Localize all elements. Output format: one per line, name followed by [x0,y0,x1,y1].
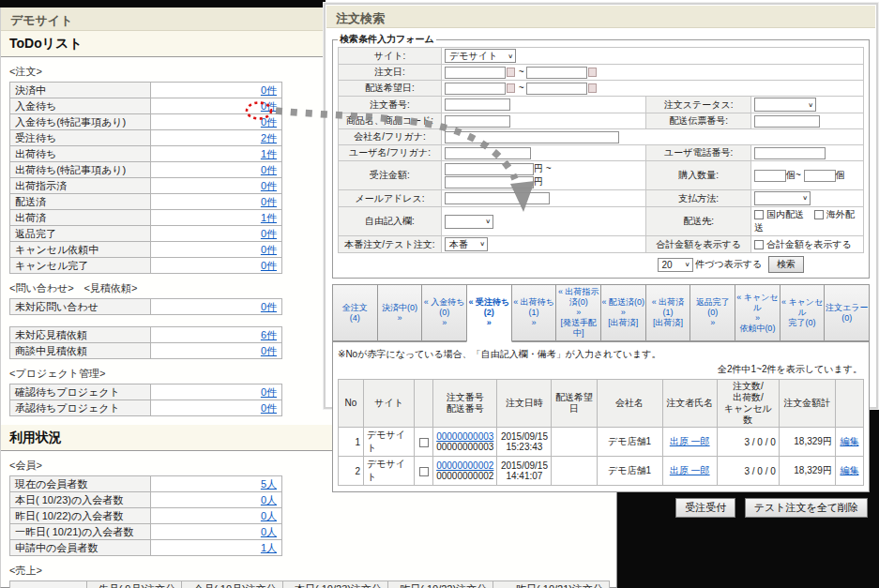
desired-date-cell [552,457,597,486]
chevron-down-icon: ∨ [508,53,513,59]
chevron-down-icon: ∨ [485,218,491,224]
calendar-icon[interactable] [588,83,597,93]
member-count-link[interactable]: 1人 [261,542,277,553]
member-count-link[interactable]: 0人 [261,494,277,505]
desired-date-label: 配送希望日: [339,81,442,97]
status-count-link[interactable]: 0件 [261,180,277,191]
user-input[interactable] [445,147,531,159]
member-count-link[interactable]: 0人 [261,526,277,537]
table-row: 本日( 10/23)の入会者数 0人 [10,492,282,508]
order-row-checkbox[interactable] [419,438,429,447]
free-field-select[interactable]: ∨ [445,215,493,229]
status-tab[interactable]: « 出荷済 (1) [出荷済] [645,284,691,341]
calendar-icon[interactable] [507,68,515,77]
status-tab[interactable]: « キャンセル » 依頼中(0) [735,284,780,341]
status-count-link[interactable]: 0件 [261,196,277,207]
status-tab[interactable]: « 入金待ち(0) » [421,284,467,341]
order-type-select[interactable]: 本番∨ [445,237,488,251]
status-count-link[interactable]: 0件 [261,386,277,398]
edit-link[interactable]: 編集 [840,436,858,446]
status-count-link[interactable]: 0件 [261,116,277,128]
table-row: 決済中 0件 [10,83,282,98]
status-count-link[interactable]: 0件 [261,345,277,356]
order-row-site: デモサイト [364,428,415,457]
status-tab[interactable]: « 受注待ち(2) » [466,284,512,342]
member-count-link[interactable]: 5人 [261,478,277,490]
status-count-link[interactable]: 1件 [261,148,277,159]
red-number-note: ※Noが赤字になっている場合、「自由記入欄・備考」が入力されています。 [338,348,864,361]
order-row-checkbox[interactable] [419,467,429,476]
email-input[interactable] [445,192,550,204]
qty-from-input[interactable] [754,170,786,182]
search-button[interactable]: 検索 [768,256,804,273]
status-count-link[interactable]: 0件 [261,260,277,271]
sales-col-header: 本日( 10/23)注文分 [282,581,387,588]
status-count-link[interactable]: 0件 [261,84,277,96]
order-row: 2 デモサイト 00000000002 00000000002 2015/09/… [339,457,864,486]
order-search-window: 注文検索 検索条件入力フォーム サイト: デモサイト∨ 注文日: ~ 配送希望日… [324,3,878,409]
results-area: ※Noが赤字になっている場合、「自由記入欄・備考」が入力されています。 全2件中… [332,341,870,492]
accept-order-button[interactable]: 受注受付 [675,498,735,518]
desired-date-from-input[interactable] [445,83,506,95]
calendar-icon[interactable] [507,83,515,93]
status-label: 出荷待ち [10,146,151,162]
status-tab[interactable]: « キャンセル 完了(0) [780,284,826,341]
desired-date-to-input[interactable] [526,83,587,95]
status-label: 商談中見積依頼 [10,343,151,359]
payment-select[interactable]: ∨ [754,191,811,205]
product-input[interactable] [445,115,510,128]
user-tel-input[interactable] [754,147,826,159]
show-total-checkbox[interactable] [754,240,764,249]
status-label: キャンセル完了 [10,258,151,274]
status-count-link[interactable]: 0件 [261,164,277,175]
customer-link[interactable]: 出原 一郎 [670,465,710,475]
status-count-link[interactable]: 0件 [261,100,277,112]
order-date-from-input[interactable] [445,67,506,79]
status-tab[interactable]: « 出荷待ち(1) » [511,284,557,341]
member-count-link[interactable]: 0人 [261,510,277,521]
amount-from-input[interactable] [445,163,534,175]
overseas-checkbox[interactable] [814,210,824,219]
chevron-down-icon: ∨ [808,101,813,108]
status-tab[interactable]: « 配送済(0) » [出荷済] [600,284,646,341]
calendar-icon[interactable] [588,68,597,77]
order-status-select[interactable]: ∨ [754,98,816,112]
slip-no-input[interactable] [754,115,820,128]
amount-to-input[interactable] [445,176,534,188]
status-count-link[interactable]: 0件 [261,244,277,255]
status-label: 配送済 [10,194,151,210]
order-no-link[interactable]: 00000000003 [436,431,493,442]
status-label: キャンセル依頼中 [10,242,151,258]
status-count-link[interactable]: 2件 [261,132,277,143]
sales-table: 先月( 9月)注文分 今月( 10月)注文分 本日( 10/23)注文分 昨日(… [9,580,610,588]
status-count-link[interactable]: 0件 [261,402,277,414]
per-page-select[interactable]: 20∨ [658,258,693,272]
table-row: 受注待ち 2件 [10,130,282,146]
table-row: 申請中の会員者数 1人 [10,540,282,556]
status-tab[interactable]: 注文エラー (0) [824,284,870,341]
site-select[interactable]: デモサイト∨ [445,49,516,63]
status-tab[interactable]: 全注文 (4) [332,284,378,341]
order-no-link[interactable]: 00000000002 [436,460,493,471]
status-count-link[interactable]: 0件 [261,228,277,239]
status-count-link[interactable]: 6件 [261,329,277,340]
status-tab[interactable]: 返品完了(0) » [690,284,735,341]
table-row: キャンセル依頼中 0件 [10,242,282,258]
member-label: 一昨日( 10/21)の入会者数 [10,524,151,540]
status-tab[interactable]: « 出荷指示済(0) » [発送手配中] [555,284,601,341]
status-label: 承認待ちプロジェクト [10,400,151,416]
delete-test-orders-button[interactable]: テスト注文を全て削除 [745,498,868,518]
status-count-link[interactable]: 0件 [261,301,277,312]
order-date-to-input[interactable] [526,67,587,79]
customer-link[interactable]: 出原 一郎 [670,436,710,446]
order-no-input[interactable] [445,98,510,111]
status-label: 未対応問い合わせ [10,299,151,315]
domestic-checkbox[interactable] [754,210,764,219]
qty-to-input[interactable] [804,170,836,182]
project-table: 確認待ちプロジェクト 0件 承認待ちプロジェクト 0件 [9,384,282,416]
edit-link[interactable]: 編集 [840,465,858,475]
company-input[interactable] [445,131,619,143]
status-count-link[interactable]: 1件 [261,212,277,223]
status-tab[interactable]: 決済中(0) » [377,284,423,341]
sales-header-row: 先月( 9月)注文分 今月( 10月)注文分 本日( 10/23)注文分 昨日(… [10,581,610,588]
